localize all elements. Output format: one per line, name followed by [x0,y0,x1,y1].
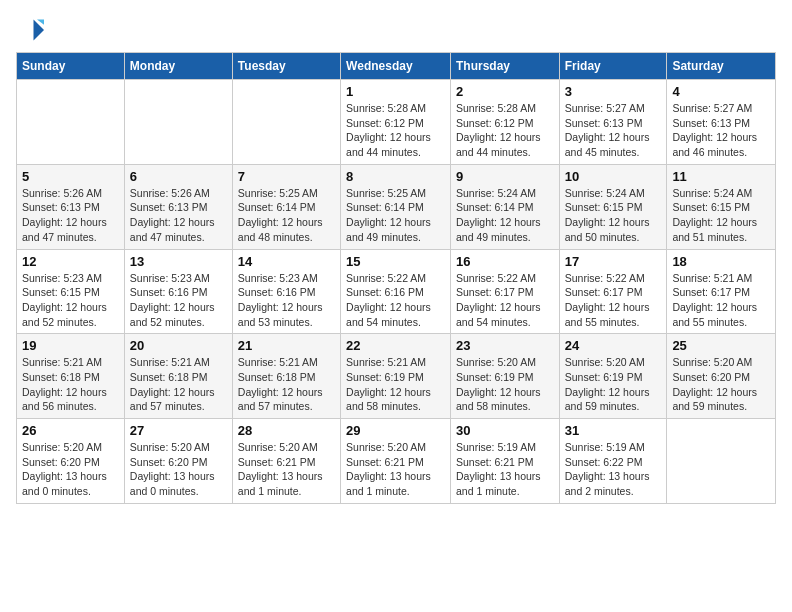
calendar-cell: 14Sunrise: 5:23 AMSunset: 6:16 PMDayligh… [232,249,340,334]
day-info: Sunrise: 5:20 AMSunset: 6:21 PMDaylight:… [238,440,335,499]
day-number: 8 [346,169,445,184]
day-info: Sunrise: 5:20 AMSunset: 6:19 PMDaylight:… [456,355,554,414]
day-number: 4 [672,84,770,99]
calendar-cell: 15Sunrise: 5:22 AMSunset: 6:16 PMDayligh… [341,249,451,334]
day-number: 22 [346,338,445,353]
day-number: 13 [130,254,227,269]
calendar-cell: 31Sunrise: 5:19 AMSunset: 6:22 PMDayligh… [559,419,667,504]
day-info: Sunrise: 5:22 AMSunset: 6:17 PMDaylight:… [456,271,554,330]
calendar-cell: 30Sunrise: 5:19 AMSunset: 6:21 PMDayligh… [450,419,559,504]
calendar-cell: 6Sunrise: 5:26 AMSunset: 6:13 PMDaylight… [124,164,232,249]
day-info: Sunrise: 5:20 AMSunset: 6:20 PMDaylight:… [22,440,119,499]
day-info: Sunrise: 5:22 AMSunset: 6:16 PMDaylight:… [346,271,445,330]
calendar-cell: 9Sunrise: 5:24 AMSunset: 6:14 PMDaylight… [450,164,559,249]
day-info: Sunrise: 5:24 AMSunset: 6:14 PMDaylight:… [456,186,554,245]
day-info: Sunrise: 5:23 AMSunset: 6:15 PMDaylight:… [22,271,119,330]
calendar-cell: 28Sunrise: 5:20 AMSunset: 6:21 PMDayligh… [232,419,340,504]
day-number: 28 [238,423,335,438]
day-number: 19 [22,338,119,353]
calendar-week-row: 12Sunrise: 5:23 AMSunset: 6:15 PMDayligh… [17,249,776,334]
day-number: 29 [346,423,445,438]
calendar-cell: 20Sunrise: 5:21 AMSunset: 6:18 PMDayligh… [124,334,232,419]
calendar-cell: 3Sunrise: 5:27 AMSunset: 6:13 PMDaylight… [559,80,667,165]
calendar-cell: 4Sunrise: 5:27 AMSunset: 6:13 PMDaylight… [667,80,776,165]
calendar-header: SundayMondayTuesdayWednesdayThursdayFrid… [17,53,776,80]
calendar-cell [667,419,776,504]
day-info: Sunrise: 5:21 AMSunset: 6:18 PMDaylight:… [238,355,335,414]
weekday-header: Saturday [667,53,776,80]
weekday-header: Thursday [450,53,559,80]
day-info: Sunrise: 5:26 AMSunset: 6:13 PMDaylight:… [22,186,119,245]
day-info: Sunrise: 5:19 AMSunset: 6:22 PMDaylight:… [565,440,662,499]
calendar-cell: 27Sunrise: 5:20 AMSunset: 6:20 PMDayligh… [124,419,232,504]
day-info: Sunrise: 5:21 AMSunset: 6:18 PMDaylight:… [22,355,119,414]
calendar-cell: 5Sunrise: 5:26 AMSunset: 6:13 PMDaylight… [17,164,125,249]
day-number: 14 [238,254,335,269]
day-info: Sunrise: 5:22 AMSunset: 6:17 PMDaylight:… [565,271,662,330]
day-number: 31 [565,423,662,438]
day-number: 2 [456,84,554,99]
day-number: 20 [130,338,227,353]
calendar-cell: 1Sunrise: 5:28 AMSunset: 6:12 PMDaylight… [341,80,451,165]
calendar-week-row: 1Sunrise: 5:28 AMSunset: 6:12 PMDaylight… [17,80,776,165]
day-info: Sunrise: 5:28 AMSunset: 6:12 PMDaylight:… [456,101,554,160]
svg-marker-1 [37,20,44,25]
calendar-week-row: 5Sunrise: 5:26 AMSunset: 6:13 PMDaylight… [17,164,776,249]
calendar-cell: 25Sunrise: 5:20 AMSunset: 6:20 PMDayligh… [667,334,776,419]
calendar-cell: 21Sunrise: 5:21 AMSunset: 6:18 PMDayligh… [232,334,340,419]
day-number: 16 [456,254,554,269]
weekday-header: Wednesday [341,53,451,80]
day-info: Sunrise: 5:20 AMSunset: 6:20 PMDaylight:… [672,355,770,414]
day-info: Sunrise: 5:25 AMSunset: 6:14 PMDaylight:… [346,186,445,245]
calendar-cell: 17Sunrise: 5:22 AMSunset: 6:17 PMDayligh… [559,249,667,334]
day-info: Sunrise: 5:24 AMSunset: 6:15 PMDaylight:… [565,186,662,245]
calendar-cell: 29Sunrise: 5:20 AMSunset: 6:21 PMDayligh… [341,419,451,504]
calendar-cell: 2Sunrise: 5:28 AMSunset: 6:12 PMDaylight… [450,80,559,165]
day-info: Sunrise: 5:28 AMSunset: 6:12 PMDaylight:… [346,101,445,160]
day-number: 1 [346,84,445,99]
day-info: Sunrise: 5:25 AMSunset: 6:14 PMDaylight:… [238,186,335,245]
calendar-cell: 7Sunrise: 5:25 AMSunset: 6:14 PMDaylight… [232,164,340,249]
calendar-week-row: 19Sunrise: 5:21 AMSunset: 6:18 PMDayligh… [17,334,776,419]
day-number: 7 [238,169,335,184]
day-number: 11 [672,169,770,184]
day-number: 12 [22,254,119,269]
day-info: Sunrise: 5:21 AMSunset: 6:19 PMDaylight:… [346,355,445,414]
day-number: 21 [238,338,335,353]
day-info: Sunrise: 5:20 AMSunset: 6:19 PMDaylight:… [565,355,662,414]
day-number: 27 [130,423,227,438]
day-number: 5 [22,169,119,184]
day-info: Sunrise: 5:19 AMSunset: 6:21 PMDaylight:… [456,440,554,499]
day-number: 15 [346,254,445,269]
day-info: Sunrise: 5:20 AMSunset: 6:21 PMDaylight:… [346,440,445,499]
calendar-cell: 8Sunrise: 5:25 AMSunset: 6:14 PMDaylight… [341,164,451,249]
calendar-week-row: 26Sunrise: 5:20 AMSunset: 6:20 PMDayligh… [17,419,776,504]
weekday-header: Friday [559,53,667,80]
calendar-body: 1Sunrise: 5:28 AMSunset: 6:12 PMDaylight… [17,80,776,504]
day-number: 18 [672,254,770,269]
logo-icon [16,16,44,44]
day-info: Sunrise: 5:21 AMSunset: 6:18 PMDaylight:… [130,355,227,414]
calendar-cell: 26Sunrise: 5:20 AMSunset: 6:20 PMDayligh… [17,419,125,504]
day-number: 30 [456,423,554,438]
day-number: 9 [456,169,554,184]
calendar-cell: 16Sunrise: 5:22 AMSunset: 6:17 PMDayligh… [450,249,559,334]
weekday-header: Sunday [17,53,125,80]
day-number: 23 [456,338,554,353]
calendar-cell: 10Sunrise: 5:24 AMSunset: 6:15 PMDayligh… [559,164,667,249]
day-number: 26 [22,423,119,438]
day-info: Sunrise: 5:24 AMSunset: 6:15 PMDaylight:… [672,186,770,245]
calendar-table: SundayMondayTuesdayWednesdayThursdayFrid… [16,52,776,504]
day-number: 6 [130,169,227,184]
day-number: 3 [565,84,662,99]
day-info: Sunrise: 5:27 AMSunset: 6:13 PMDaylight:… [672,101,770,160]
calendar-cell: 11Sunrise: 5:24 AMSunset: 6:15 PMDayligh… [667,164,776,249]
day-info: Sunrise: 5:27 AMSunset: 6:13 PMDaylight:… [565,101,662,160]
day-number: 10 [565,169,662,184]
calendar-cell [17,80,125,165]
day-info: Sunrise: 5:20 AMSunset: 6:20 PMDaylight:… [130,440,227,499]
day-info: Sunrise: 5:26 AMSunset: 6:13 PMDaylight:… [130,186,227,245]
day-info: Sunrise: 5:23 AMSunset: 6:16 PMDaylight:… [130,271,227,330]
calendar-cell: 23Sunrise: 5:20 AMSunset: 6:19 PMDayligh… [450,334,559,419]
calendar-cell: 13Sunrise: 5:23 AMSunset: 6:16 PMDayligh… [124,249,232,334]
